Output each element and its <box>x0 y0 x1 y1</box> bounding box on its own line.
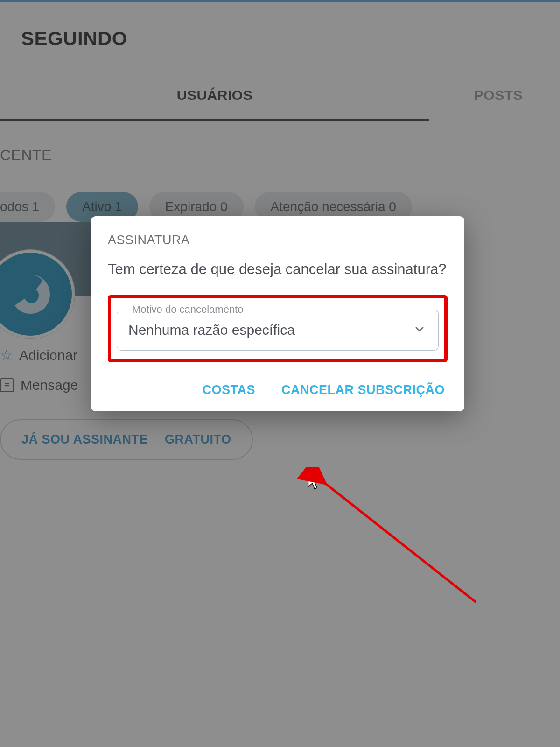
cancel-subscription-modal: ASSINATURA Tem certeza de que deseja can… <box>91 216 464 411</box>
annotation-highlight-box: Motivo do cancelamento Nenhuma razão esp… <box>108 295 448 362</box>
back-button[interactable]: COSTAS <box>202 383 255 397</box>
cancel-reason-legend: Motivo do cancelamento <box>127 303 248 316</box>
chevron-down-icon <box>413 323 426 338</box>
cancel-reason-select[interactable]: Motivo do cancelamento Nenhuma razão esp… <box>117 310 439 351</box>
modal-body-text: Tem certeza de que deseja cancelar sua a… <box>108 260 448 279</box>
modal-action-row: COSTAS CANCELAR SUBSCRIÇÃO <box>108 383 448 397</box>
modal-title: ASSINATURA <box>108 233 448 247</box>
cancel-reason-value: Nenhuma razão específica <box>128 322 427 338</box>
cancel-subscription-button[interactable]: CANCELAR SUBSCRIÇÃO <box>281 383 445 397</box>
